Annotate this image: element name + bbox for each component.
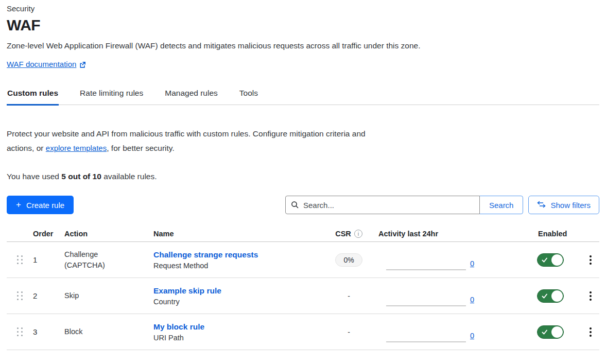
drag-handle-icon[interactable] xyxy=(15,253,24,266)
rule-action-line1: Challenge xyxy=(64,249,153,260)
header-order: Order xyxy=(33,230,64,238)
enabled-toggle[interactable] xyxy=(537,325,564,339)
enabled-toggle[interactable] xyxy=(537,289,564,303)
rule-action-line1: Skip xyxy=(64,290,153,301)
header-csr: CSR i xyxy=(319,230,378,238)
explore-templates-link[interactable]: explore templates xyxy=(46,144,107,152)
show-filters-label: Show filters xyxy=(550,201,591,210)
search-icon xyxy=(291,201,299,211)
rule-name-link[interactable]: Challenge strange requests xyxy=(153,250,258,259)
rule-name-link[interactable]: Example skip rule xyxy=(153,286,221,296)
rule-action-line2: (CAPTCHA) xyxy=(64,260,153,271)
waf-documentation-link[interactable]: WAF documentation xyxy=(7,60,76,68)
table-row: 2 Skip Example skip rule Country - 0 xyxy=(7,278,599,314)
rule-action: Skip xyxy=(64,290,153,301)
usage-count: 5 out of 10 xyxy=(61,172,101,181)
page-title: WAF xyxy=(7,16,599,34)
activity-sparkline xyxy=(386,269,466,270)
usage-suffix: available rules. xyxy=(101,172,157,181)
show-filters-button[interactable]: Show filters xyxy=(528,196,599,214)
toolbar-right: Search Show filters xyxy=(285,196,599,214)
rule-name-link[interactable]: My block rule xyxy=(153,322,204,332)
kebab-menu-icon[interactable] xyxy=(586,253,595,267)
intro-text-after: , for better security. xyxy=(107,144,175,152)
create-rule-label: Create rule xyxy=(26,201,64,210)
csr-value: 0% xyxy=(335,253,362,267)
table-row: 3 Block My block rule URI Path - 0 xyxy=(7,314,599,350)
usage-text: You have used 5 out of 10 available rule… xyxy=(7,172,599,181)
doc-link-row: WAF documentation xyxy=(7,60,599,70)
toggle-knob xyxy=(551,326,563,338)
rule-field: Request Method xyxy=(153,262,319,270)
usage-prefix: You have used xyxy=(7,172,61,181)
toolbar: + Create rule Search Show filters xyxy=(7,196,599,214)
activity-count-link[interactable]: 0 xyxy=(470,259,474,268)
tab-rate-limiting-rules[interactable]: Rate limiting rules xyxy=(79,84,144,105)
search-wrap xyxy=(285,196,480,214)
activity-sparkline xyxy=(386,341,466,342)
toggle-knob xyxy=(551,254,563,266)
toggle-knob xyxy=(551,290,563,302)
rule-action-line1: Block xyxy=(64,326,153,337)
search-input[interactable] xyxy=(285,196,480,214)
search-button[interactable]: Search xyxy=(479,196,524,214)
check-icon xyxy=(542,293,548,299)
activity-count-link[interactable]: 0 xyxy=(470,332,474,340)
breadcrumb: Security xyxy=(7,0,599,13)
check-icon xyxy=(542,257,548,263)
csr-value: - xyxy=(348,292,350,300)
tab-bar: Custom rules Rate limiting rules Managed… xyxy=(7,84,599,105)
enabled-toggle[interactable] xyxy=(537,253,564,267)
rule-field: URI Path xyxy=(153,334,319,342)
kebab-menu-icon[interactable] xyxy=(586,325,595,339)
drag-handle-icon[interactable] xyxy=(15,289,24,302)
table-row: 1 Challenge (CAPTCHA) Challenge strange … xyxy=(7,242,599,278)
external-link-icon xyxy=(79,61,86,70)
tab-tools[interactable]: Tools xyxy=(239,84,258,105)
rule-order: 2 xyxy=(33,291,64,300)
check-icon xyxy=(542,330,548,335)
csr-value: - xyxy=(348,328,350,336)
table-header: Order Action Name CSR i Activity last 24… xyxy=(7,226,599,242)
intro-text: Protect your website and API from malici… xyxy=(7,127,388,155)
rule-order: 3 xyxy=(33,327,64,336)
header-enabled: Enabled xyxy=(533,230,582,238)
swap-arrows-icon xyxy=(537,201,546,210)
header-name: Name xyxy=(153,230,319,238)
rules-table: Order Action Name CSR i Activity last 24… xyxy=(7,226,599,350)
plus-icon: + xyxy=(16,200,21,210)
rule-field: Country xyxy=(153,298,319,306)
table-body: 1 Challenge (CAPTCHA) Challenge strange … xyxy=(7,242,599,350)
page-description: Zone-level Web Application Firewall (WAF… xyxy=(7,41,599,50)
rule-order: 1 xyxy=(33,255,64,264)
header-activity: Activity last 24hr xyxy=(378,230,533,238)
activity-sparkline xyxy=(386,305,466,306)
header-csr-label: CSR xyxy=(335,230,351,238)
rule-action: Block xyxy=(64,326,153,337)
create-rule-button[interactable]: + Create rule xyxy=(7,196,74,214)
tab-custom-rules[interactable]: Custom rules xyxy=(7,84,59,105)
kebab-menu-icon[interactable] xyxy=(586,289,595,303)
activity-count-link[interactable]: 0 xyxy=(470,296,474,304)
rule-action: Challenge (CAPTCHA) xyxy=(64,249,153,271)
header-action: Action xyxy=(64,230,153,238)
tab-managed-rules[interactable]: Managed rules xyxy=(164,84,218,105)
drag-handle-icon[interactable] xyxy=(15,325,24,338)
info-icon[interactable]: i xyxy=(354,230,362,238)
